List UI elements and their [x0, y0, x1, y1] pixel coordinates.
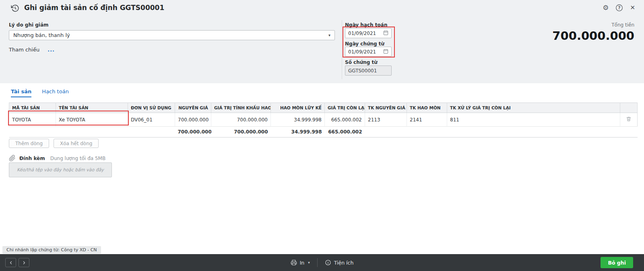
attachment-header: Đính kèm Dung lượng tối đa 5MB — [9, 155, 105, 162]
reason-select[interactable]: Nhượng bán, thanh lý ▾ — [9, 30, 335, 40]
next-record-button[interactable] — [19, 258, 29, 267]
assets-table: MÃ TÀI SẢN TÊN TÀI SẢN ĐƠN VỊ SỬ DỤNG NG… — [9, 103, 638, 138]
chevron-down-icon: ▾ — [328, 33, 330, 37]
total-row: 700.000.000 700.000.000 34.999.998 665.0… — [9, 127, 638, 138]
reference-more-link[interactable]: ... — [47, 47, 55, 53]
cell-using-unit[interactable]: DV06_01 — [128, 113, 175, 127]
col-remaining-value-account: TK XỬ LÝ GIÁ TRỊ CÒN LẠI — [447, 103, 620, 113]
reference-row: Tham chiếu ... — [9, 47, 335, 53]
reason-label: Lý do ghi giảm — [9, 22, 335, 28]
col-depreciable-value: GIÁ TRỊ TÍNH KHẤU HAO — [211, 103, 271, 113]
col-accumulated-depreciation: HAO MÒN LŨY KẾ — [271, 103, 325, 113]
reference-label: Tham chiếu — [9, 47, 39, 53]
utilities-label: Tiện ích — [334, 260, 354, 266]
page-title: Ghi giảm tài sản cố định GGTS00001 — [24, 4, 164, 12]
total-original-cost: 700.000.000 — [175, 127, 211, 138]
row-actions: Thêm dòng Xóa hết dòng — [9, 139, 99, 148]
col-depreciation-account: TK HAO MÒN — [407, 103, 447, 113]
col-original-cost: NGUYÊN GIÁ — [175, 103, 211, 113]
footer-divider — [317, 258, 318, 267]
total-depreciable-value: 700.000.000 — [211, 127, 271, 138]
table-header-row: MÃ TÀI SẢN TÊN TÀI SẢN ĐƠN VỊ SỬ DỤNG NG… — [9, 103, 638, 113]
document-no-field[interactable]: GGTS00001 — [345, 66, 392, 76]
asset-decrease-window: Ghi giảm tài sản cố định GGTS00001 ⚙ ? ✕… — [0, 0, 644, 271]
table-row[interactable]: TOYOTA Xe TOYOTA DV06_01 700.000.000 700… — [9, 113, 638, 127]
utilities-button[interactable]: Tiện ích — [325, 259, 354, 266]
tab-bar: Tài sản Hạch toán — [11, 88, 69, 97]
total-empty — [128, 127, 175, 138]
settings-gear-icon[interactable]: ⚙ — [603, 4, 609, 12]
total-accumulated-depreciation: 34.999.998 — [271, 127, 325, 138]
cell-accumulated-depreciation[interactable]: 34.999.998 — [271, 113, 325, 127]
posting-date-field[interactable]: 01/09/2021 — [345, 28, 392, 38]
cell-depreciable-value[interactable]: 700.000.000 — [211, 113, 271, 127]
total-empty — [56, 127, 128, 138]
printer-icon — [291, 259, 297, 266]
document-no-value: GGTS00001 — [348, 68, 377, 74]
col-actions — [620, 103, 638, 113]
total-label: Tổng tiền — [552, 22, 634, 28]
total-empty — [447, 127, 620, 138]
chevron-left-icon — [8, 260, 13, 265]
tab-assets[interactable]: Tài sản — [11, 88, 31, 97]
delete-row-button[interactable] — [620, 113, 638, 127]
document-body-section: Tài sản Hạch toán MÃ TÀI SẢN TÊN TÀI SẢN… — [0, 83, 644, 255]
total-amount-block: Tổng tiền 700.000.000 — [552, 22, 634, 43]
col-asset-name: TÊN TÀI SẢN — [56, 103, 128, 113]
col-using-unit: ĐƠN VỊ SỬ DỤNG — [128, 103, 175, 113]
document-date-label: Ngày chứng từ — [345, 41, 384, 47]
posting-date-value: 01/09/2021 — [348, 31, 376, 36]
trash-icon — [626, 116, 632, 122]
document-no-label: Số chứng từ — [345, 60, 378, 65]
titlebar-actions: ⚙ ? ✕ — [603, 4, 635, 12]
print-button[interactable]: In ▾ — [291, 259, 310, 266]
cell-remaining-value[interactable]: 665.000.002 — [325, 113, 365, 127]
document-header-section: Ghi giảm tài sản cố định GGTS00001 ⚙ ? ✕… — [0, 0, 644, 83]
reason-form-group: Lý do ghi giảm Nhượng bán, thanh lý ▾ Th… — [9, 22, 335, 53]
cell-depreciation-account[interactable]: 2141 — [407, 113, 447, 127]
total-empty — [9, 127, 56, 138]
print-caret-icon[interactable]: ▾ — [308, 261, 310, 265]
close-icon[interactable]: ✕ — [630, 4, 635, 12]
cell-asset-name[interactable]: Xe TOYOTA — [56, 113, 128, 127]
paperclip-icon — [9, 155, 16, 162]
calendar-icon[interactable] — [383, 30, 388, 37]
attachment-dropzone[interactable]: Kéo/thả tệp vào đây hoặc bấm vào đây — [9, 162, 112, 177]
total-value: 700.000.000 — [552, 29, 634, 43]
info-icon — [325, 259, 331, 266]
cell-original-cost[interactable]: 700.000.000 — [175, 113, 211, 127]
cell-original-cost-account[interactable]: 2113 — [365, 113, 407, 127]
chevron-right-icon — [22, 260, 27, 265]
prev-record-button[interactable] — [5, 258, 16, 267]
document-date-value: 01/09/2021 — [348, 49, 376, 55]
cell-remaining-value-account[interactable]: 811 — [447, 113, 620, 127]
total-empty — [620, 127, 638, 138]
total-empty — [407, 127, 447, 138]
svg-text:?: ? — [618, 5, 621, 10]
print-label: In — [300, 260, 305, 266]
add-row-button[interactable]: Thêm dòng — [9, 139, 49, 148]
col-original-cost-account: TK NGUYÊN GIÁ — [365, 103, 407, 113]
unsave-button[interactable]: Bỏ ghi — [601, 257, 633, 268]
branch-status-badge: Chi nhánh lập chứng từ: Công ty XD - CN — [2, 246, 101, 254]
attachment-label: Đính kèm — [19, 156, 45, 161]
record-navigation — [5, 258, 29, 267]
attachment-hint: Dung lượng tối đa 5MB — [50, 156, 105, 161]
history-icon — [11, 4, 19, 14]
tab-accounting[interactable]: Hạch toán — [42, 88, 69, 97]
total-remaining-value: 665.000.002 — [325, 127, 365, 138]
total-empty — [365, 127, 407, 138]
calendar-icon[interactable] — [383, 49, 388, 55]
col-remaining-value: GIÁ TRỊ CÒN LẠI — [325, 103, 365, 113]
vertical-divider — [342, 20, 342, 79]
reason-value: Nhượng bán, thanh lý — [13, 32, 70, 38]
footer-center-actions: In ▾ Tiện ích — [291, 258, 354, 267]
help-icon[interactable]: ? — [615, 4, 623, 12]
posting-date-label: Ngày hạch toán — [345, 22, 387, 28]
dates-form-group: Ngày hạch toán 01/09/2021 Ngày chứng từ … — [345, 22, 392, 76]
cell-asset-code[interactable]: TOYOTA — [9, 113, 56, 127]
col-asset-code: MÃ TÀI SẢN — [9, 103, 56, 113]
clear-rows-button[interactable]: Xóa hết dòng — [54, 139, 99, 148]
footer-toolbar: In ▾ Tiện ích Bỏ ghi — [0, 254, 644, 271]
document-date-field[interactable]: 01/09/2021 — [345, 47, 392, 57]
